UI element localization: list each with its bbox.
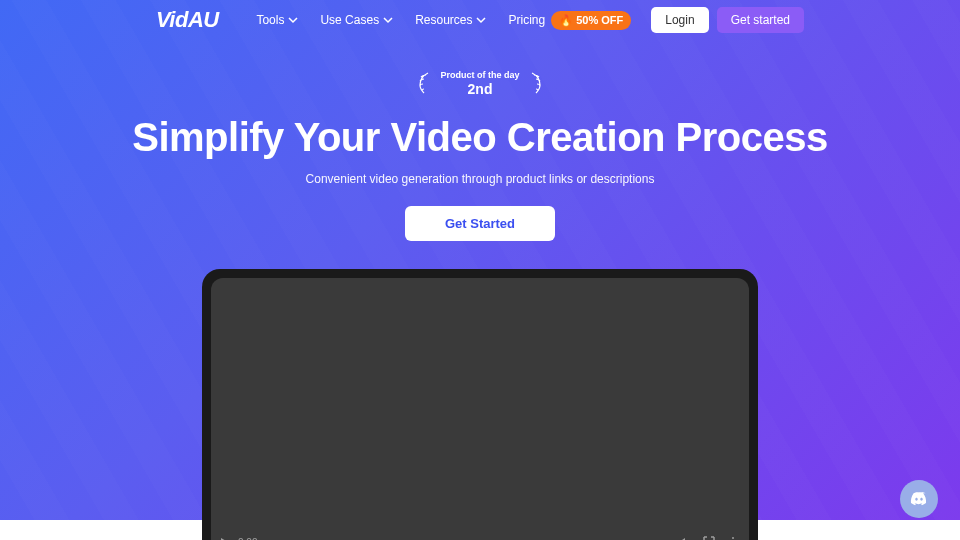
more-icon[interactable] bbox=[727, 536, 739, 540]
nav-tools[interactable]: Tools bbox=[256, 13, 298, 27]
video-controls-right bbox=[679, 536, 739, 540]
award-badge: Product of the day 2nd bbox=[410, 70, 549, 97]
subheadline: Convenient video generation through prod… bbox=[0, 172, 960, 186]
discord-button[interactable] bbox=[900, 480, 938, 518]
award-text-wrap: Product of the day 2nd bbox=[440, 70, 519, 97]
discount-badge: 🔥 50% OFF bbox=[551, 11, 631, 30]
discord-icon bbox=[909, 489, 929, 509]
nav-usecases[interactable]: Use Cases bbox=[320, 13, 393, 27]
laurel-right-icon bbox=[528, 71, 550, 95]
chevron-down-icon bbox=[383, 15, 393, 25]
nav-resources-label: Resources bbox=[415, 13, 472, 27]
headline: Simplify Your Video Creation Process bbox=[0, 115, 960, 160]
chevron-down-icon bbox=[476, 15, 486, 25]
award-top-text: Product of the day bbox=[440, 70, 519, 81]
pricing-label: Pricing bbox=[508, 13, 545, 27]
video-frame: 0:00 bbox=[202, 269, 758, 540]
video-player[interactable]: 0:00 bbox=[211, 278, 749, 540]
nav-pricing[interactable]: Pricing 🔥 50% OFF bbox=[508, 11, 631, 30]
getstarted-button[interactable]: Get started bbox=[717, 7, 804, 33]
discount-text: 50% OFF bbox=[576, 14, 623, 26]
nav-tools-label: Tools bbox=[256, 13, 284, 27]
nav-resources[interactable]: Resources bbox=[415, 13, 486, 27]
fire-icon: 🔥 bbox=[559, 14, 573, 27]
nav-menu: Tools Use Cases Resources Pricing 🔥 50% … bbox=[256, 11, 631, 30]
login-button[interactable]: Login bbox=[651, 7, 708, 33]
nav-usecases-label: Use Cases bbox=[320, 13, 379, 27]
volume-icon[interactable] bbox=[679, 536, 691, 540]
video-controls: 0:00 bbox=[211, 528, 749, 540]
cta-button[interactable]: Get Started bbox=[405, 206, 555, 241]
svg-point-0 bbox=[732, 537, 734, 539]
chevron-down-icon bbox=[288, 15, 298, 25]
fullscreen-icon[interactable] bbox=[703, 536, 715, 540]
laurel-left-icon bbox=[410, 71, 432, 95]
logo[interactable]: VidAU bbox=[156, 7, 219, 33]
hero-content: Product of the day 2nd Simplify Your Vid… bbox=[0, 40, 960, 540]
award-rank-text: 2nd bbox=[440, 81, 519, 97]
auth-buttons: Login Get started bbox=[651, 7, 804, 33]
header: VidAU Tools Use Cases Resources Pricing … bbox=[0, 0, 960, 40]
